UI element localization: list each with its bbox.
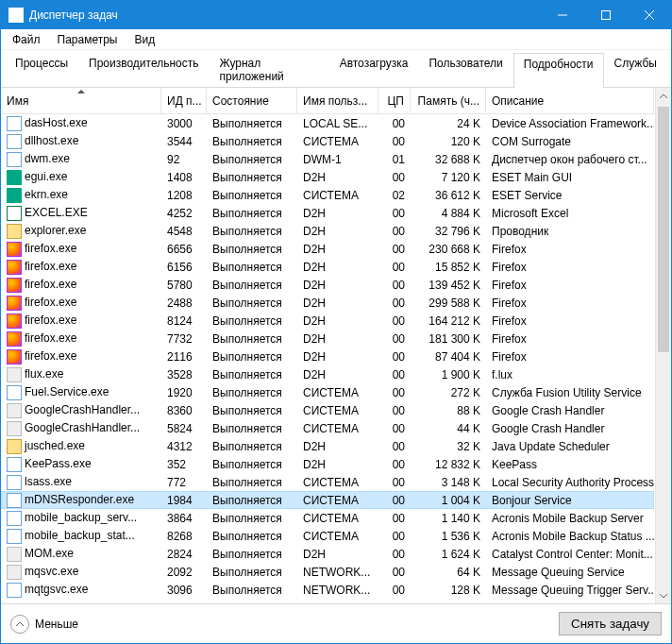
process-row[interactable]: mobile_backup_stat...8268ВыполняетсяСИСТ… <box>1 527 654 545</box>
process-icon <box>7 529 22 544</box>
footer: Меньше Снять задачу <box>1 603 671 643</box>
process-icon <box>7 170 22 185</box>
column-name[interactable]: Имя <box>1 88 161 113</box>
process-icon <box>7 206 22 221</box>
process-row[interactable]: firefox.exe2116ВыполняетсяD2H0087 404 KF… <box>1 347 654 365</box>
process-row[interactable]: mDNSResponder.exe1984ВыполняетсяСИСТЕМА0… <box>1 491 654 509</box>
process-icon <box>7 385 22 400</box>
process-row[interactable]: dwm.exe92ВыполняетсяDWM-10132 688 KДиспе… <box>1 150 654 168</box>
tab-3[interactable]: Автозагрузка <box>329 52 419 87</box>
process-row[interactable]: dasHost.exe3000ВыполняетсяLOCAL SE...002… <box>1 114 654 132</box>
process-rows: dasHost.exe3000ВыполняетсяLOCAL SE...002… <box>1 114 654 599</box>
process-icon <box>7 439 22 454</box>
process-icon <box>7 278 22 293</box>
menu-view[interactable]: Вид <box>126 31 162 48</box>
process-row[interactable]: explorer.exe4548ВыполняетсяD2H0032 796 K… <box>1 222 654 240</box>
process-icon <box>7 224 22 239</box>
tab-2[interactable]: Журнал приложений <box>210 52 329 87</box>
details-grid: Имя ИД п... Состояние Имя польз... ЦП Па… <box>1 88 671 603</box>
tab-4[interactable]: Пользователи <box>418 52 512 87</box>
minimize-button[interactable] <box>541 1 584 29</box>
menu-file[interactable]: Файл <box>5 31 48 48</box>
window-title: Диспетчер задач <box>29 8 541 22</box>
process-icon <box>7 314 22 329</box>
process-row[interactable]: firefox.exe6656ВыполняетсяD2H00230 668 K… <box>1 240 654 258</box>
process-icon <box>7 511 22 526</box>
vertical-scrollbar[interactable] <box>655 88 671 603</box>
process-icon <box>7 475 22 490</box>
scroll-up-button[interactable] <box>656 88 671 104</box>
scroll-thumb[interactable] <box>658 107 669 352</box>
process-row[interactable]: firefox.exe8124ВыполняетсяD2H00164 212 K… <box>1 312 654 330</box>
process-icon <box>7 403 22 418</box>
column-description[interactable]: Описание <box>486 88 654 113</box>
process-row[interactable]: egui.exe1408ВыполняетсяD2H007 120 KESET … <box>1 168 654 186</box>
tab-0[interactable]: Процессы <box>5 52 78 87</box>
fewer-details-button[interactable]: Меньше <box>10 615 78 634</box>
process-row[interactable]: Fuel.Service.exe1920ВыполняетсяСИСТЕМА00… <box>1 383 654 401</box>
process-row[interactable]: jusched.exe4312ВыполняетсяD2H0032 KJava … <box>1 437 654 455</box>
tab-1[interactable]: Производительность <box>78 52 209 87</box>
process-icon <box>7 296 22 311</box>
process-row[interactable]: ekrn.exe1208ВыполняетсяСИСТЕМА0236 612 K… <box>1 186 654 204</box>
process-icon <box>7 188 22 203</box>
process-icon <box>7 260 22 275</box>
process-row[interactable]: mqtgsvc.exe3096ВыполняетсяNETWORK...0012… <box>1 581 654 599</box>
column-memory[interactable]: Память (ч... <box>411 88 486 113</box>
process-icon <box>7 367 22 382</box>
menubar: Файл Параметры Вид <box>1 29 671 50</box>
end-task-button[interactable]: Снять задачу <box>559 612 662 636</box>
process-icon <box>7 565 22 580</box>
column-headers: Имя ИД п... Состояние Имя польз... ЦП Па… <box>1 88 654 114</box>
tab-5[interactable]: Подробности <box>513 53 604 88</box>
column-state[interactable]: Состояние <box>207 88 297 113</box>
process-icon <box>7 493 22 508</box>
process-row[interactable]: flux.exe3528ВыполняетсяD2H001 900 Kf.lux <box>1 365 654 383</box>
process-icon <box>7 331 22 347</box>
menu-options[interactable]: Параметры <box>50 31 126 48</box>
process-icon <box>7 242 22 257</box>
process-row[interactable]: KeePass.exe352ВыполняетсяD2H0012 832 KKe… <box>1 455 654 473</box>
process-row[interactable]: lsass.exe772ВыполняетсяСИСТЕМА003 148 KL… <box>1 473 654 491</box>
process-icon <box>7 116 22 131</box>
maximize-button[interactable] <box>584 1 628 29</box>
fewer-label: Меньше <box>35 618 78 631</box>
scroll-down-button[interactable] <box>656 587 671 603</box>
process-row[interactable]: mobile_backup_serv...3864ВыполняетсяСИСТ… <box>1 509 654 527</box>
close-button[interactable] <box>628 1 671 29</box>
process-icon <box>7 547 22 562</box>
process-row[interactable]: dllhost.exe3544ВыполняетсяСИСТЕМА00120 K… <box>1 132 654 150</box>
tab-6[interactable]: Службы <box>604 52 667 87</box>
process-icon <box>7 152 22 167</box>
column-pid[interactable]: ИД п... <box>161 88 207 113</box>
process-row[interactable]: firefox.exe7732ВыполняетсяD2H00181 300 K… <box>1 330 654 347</box>
process-row[interactable]: firefox.exe2488ВыполняетсяD2H00299 588 K… <box>1 294 654 312</box>
process-row[interactable]: EXCEL.EXE4252ВыполняетсяD2H004 884 KMicr… <box>1 204 654 222</box>
task-manager-window: Диспетчер задач Файл Параметры Вид Проце… <box>0 0 672 644</box>
process-icon <box>7 349 22 364</box>
tabstrip: ПроцессыПроизводительностьЖурнал приложе… <box>1 50 671 88</box>
process-icon <box>7 457 22 472</box>
process-row[interactable]: GoogleCrashHandler...8360ВыполняетсяСИСТ… <box>1 401 654 419</box>
process-row[interactable]: firefox.exe5780ВыполняетсяD2H00139 452 K… <box>1 276 654 294</box>
process-row[interactable]: MOM.exe2824ВыполняетсяD2H001 624 KCataly… <box>1 545 654 563</box>
process-icon <box>7 134 22 149</box>
app-icon <box>8 8 24 23</box>
process-icon <box>7 421 22 436</box>
chevron-up-circle-icon <box>10 615 29 634</box>
process-icon <box>7 583 22 598</box>
process-row[interactable]: mqsvc.exe2092ВыполняетсяNETWORK...0064 K… <box>1 563 654 581</box>
process-row[interactable]: firefox.exe6156ВыполняетсяD2H0015 852 KF… <box>1 258 654 276</box>
process-row[interactable]: GoogleCrashHandler...5824ВыполняетсяСИСТ… <box>1 419 654 437</box>
column-cpu[interactable]: ЦП <box>378 88 411 113</box>
titlebar[interactable]: Диспетчер задач <box>1 1 671 29</box>
column-user[interactable]: Имя польз... <box>297 88 378 113</box>
svg-rect-1 <box>602 11 611 20</box>
